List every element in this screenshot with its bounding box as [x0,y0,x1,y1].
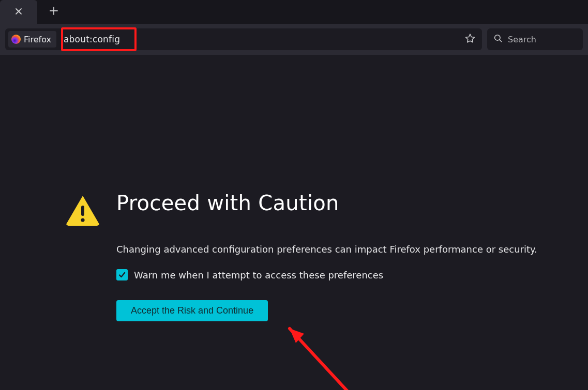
navigation-toolbar: Firefox about:config Search [0,24,588,55]
bookmark-star-button[interactable] [461,30,479,48]
identity-chip[interactable]: Firefox [8,31,56,48]
new-tab-button[interactable] [43,2,64,22]
svg-marker-4 [466,34,475,42]
config-warning-panel: Proceed with Caution Changing advanced c… [65,194,537,321]
warn-checkbox[interactable] [116,269,128,280]
active-tab[interactable] [0,0,37,24]
star-icon [465,33,475,45]
warn-checkbox-label: Warn me when I attempt to access these p… [134,270,383,280]
warn-checkbox-row[interactable]: Warn me when I attempt to access these p… [116,269,537,280]
close-icon[interactable] [15,7,22,17]
identity-label: Firefox [24,35,51,44]
search-icon [493,34,503,45]
firefox-icon [11,35,21,44]
search-placeholder: Search [508,35,536,44]
url-text: about:config [64,34,120,44]
accept-button[interactable]: Accept the Risk and Continue [116,300,268,321]
annotation-arrow-icon [274,318,367,390]
tab-strip [0,0,588,24]
warning-panel-body: Proceed with Caution Changing advanced c… [116,194,537,321]
svg-marker-10 [290,329,304,343]
page-content: Proceed with Caution Changing advanced c… [0,55,588,390]
plus-icon [50,7,58,17]
svg-line-9 [290,329,352,390]
svg-point-8 [81,218,84,222]
url-bar[interactable]: Firefox about:config [5,28,482,50]
search-bar[interactable]: Search [487,28,583,50]
warning-heading: Proceed with Caution [116,191,537,215]
warning-description: Changing advanced configuration preferen… [116,244,537,255]
warning-triangle-icon [65,194,101,227]
svg-rect-7 [81,206,84,216]
svg-line-6 [500,40,502,42]
